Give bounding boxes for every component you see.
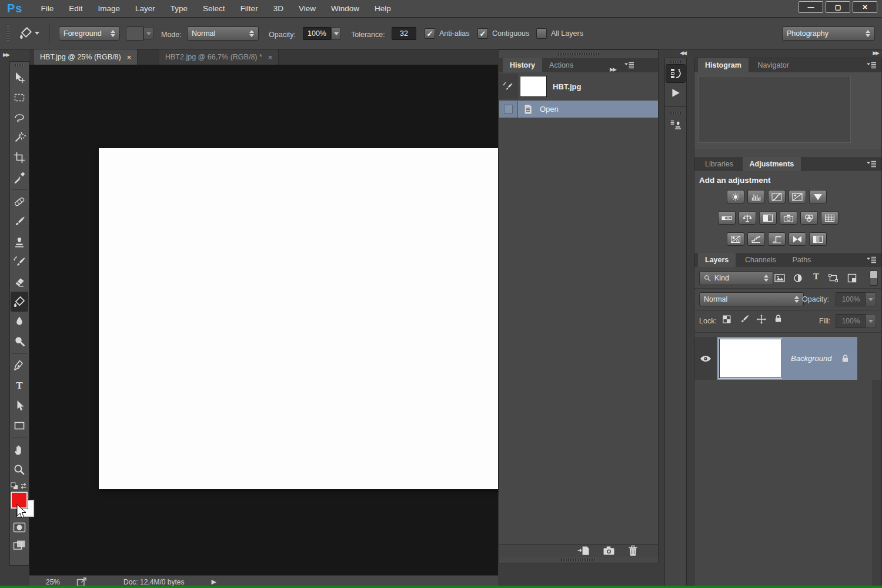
tolerance-input[interactable]: 32 bbox=[392, 27, 416, 40]
all-layers-checkbox[interactable]: All Layers bbox=[536, 28, 583, 39]
menu-view[interactable]: View bbox=[291, 4, 323, 13]
layer-row-background[interactable]: Background bbox=[717, 337, 857, 380]
pen-tool[interactable] bbox=[10, 356, 29, 376]
dodge-tool[interactable] bbox=[10, 332, 29, 352]
lock-all-icon[interactable] bbox=[774, 314, 782, 323]
channel-mixer-icon[interactable] bbox=[800, 211, 818, 225]
panel-resize-grip[interactable] bbox=[561, 559, 596, 561]
lock-image-pixels-icon[interactable] bbox=[739, 314, 750, 325]
eye-icon[interactable] bbox=[700, 355, 711, 362]
eyedropper-tool[interactable] bbox=[10, 168, 29, 188]
tool-preset-picker[interactable] bbox=[19, 26, 39, 40]
swap-colors-icon[interactable] bbox=[19, 482, 28, 490]
antialias-checkbox[interactable]: ✓ Anti-alias bbox=[425, 28, 469, 39]
exposure-icon[interactable] bbox=[789, 190, 806, 203]
new-document-from-state-icon[interactable] bbox=[577, 545, 590, 556]
collapse-dock-icon[interactable]: ▶▶ bbox=[873, 50, 878, 56]
collapse-panel-icon[interactable]: ▶▶ bbox=[610, 66, 616, 72]
doc-size-info[interactable]: Doc: 12,4M/0 bytes bbox=[123, 578, 184, 586]
spot-healing-brush-tool[interactable] bbox=[10, 192, 29, 212]
color-balance-icon[interactable] bbox=[739, 211, 756, 225]
history-panel-icon[interactable] bbox=[666, 64, 686, 83]
type-tool[interactable]: T bbox=[10, 376, 29, 396]
tab-layers[interactable]: Layers bbox=[698, 253, 736, 267]
posterize-icon[interactable] bbox=[747, 232, 765, 246]
history-snapshot-row[interactable]: HBT.jpg bbox=[499, 74, 658, 99]
layer-name[interactable]: Background bbox=[791, 354, 841, 363]
status-menu-arrow-icon[interactable]: ▶ bbox=[211, 578, 216, 586]
history-state-checkbox-cell[interactable] bbox=[499, 101, 517, 118]
tab-adjustments[interactable]: Adjustments bbox=[743, 157, 801, 171]
canvas-area[interactable] bbox=[29, 65, 498, 575]
brightness-contrast-icon[interactable] bbox=[727, 190, 744, 203]
black-white-icon[interactable] bbox=[759, 211, 777, 225]
expand-dock-icon[interactable]: ◀◀ bbox=[680, 50, 686, 56]
menu-file[interactable]: File bbox=[33, 4, 61, 13]
path-selection-tool[interactable] bbox=[10, 396, 29, 416]
opacity-input[interactable]: 100% bbox=[303, 27, 331, 40]
invert-icon[interactable] bbox=[727, 232, 744, 246]
color-lookup-icon[interactable] bbox=[821, 211, 838, 225]
mode-select[interactable]: Normal bbox=[187, 26, 259, 41]
fill-source-select[interactable]: Foreground bbox=[59, 26, 120, 41]
menu-layer[interactable]: Layer bbox=[128, 4, 163, 13]
tab-paths[interactable]: Paths bbox=[785, 253, 818, 267]
paint-bucket-tool[interactable] bbox=[11, 292, 28, 312]
menu-edit[interactable]: Edit bbox=[61, 4, 90, 13]
filter-type-layers-icon[interactable]: T bbox=[813, 272, 819, 282]
photo-filter-icon[interactable] bbox=[780, 211, 797, 225]
screen-mode-button[interactable] bbox=[10, 536, 29, 554]
selective-color-icon[interactable] bbox=[809, 232, 827, 246]
workspace-select[interactable]: Photography bbox=[782, 26, 875, 41]
tab-history[interactable]: History bbox=[503, 58, 542, 72]
filter-toggle-switch[interactable] bbox=[870, 270, 878, 286]
history-brush-tool[interactable] bbox=[10, 252, 29, 272]
filter-pixel-layers-icon[interactable] bbox=[774, 274, 785, 282]
layers-opacity-input[interactable]: 100% bbox=[836, 292, 866, 306]
blur-tool[interactable] bbox=[10, 312, 29, 332]
zoom-tool[interactable] bbox=[10, 460, 29, 480]
menu-image[interactable]: Image bbox=[91, 4, 128, 13]
new-snapshot-camera-icon[interactable] bbox=[603, 546, 615, 556]
panel-menu-icon[interactable] bbox=[624, 62, 634, 69]
document-tab-inactive[interactable]: HBT2.jpg @ 66,7% (RGB/8) * × bbox=[159, 49, 279, 65]
magic-wand-tool[interactable] bbox=[10, 128, 29, 148]
document-canvas[interactable] bbox=[99, 148, 498, 489]
move-tool[interactable] bbox=[10, 68, 29, 88]
actions-panel-icon[interactable] bbox=[666, 84, 685, 102]
opacity-dropdown[interactable] bbox=[331, 27, 341, 40]
filter-adjustment-layers-icon[interactable] bbox=[793, 273, 803, 283]
close-button[interactable]: ✕ bbox=[853, 1, 877, 13]
menu-filter[interactable]: Filter bbox=[233, 4, 266, 13]
tab-channels[interactable]: Channels bbox=[738, 253, 783, 267]
rectangle-tool[interactable] bbox=[10, 416, 29, 436]
pattern-dropdown[interactable] bbox=[143, 27, 153, 40]
filter-shape-layers-icon[interactable] bbox=[828, 274, 838, 282]
menu-3d[interactable]: 3D bbox=[266, 4, 291, 13]
layer-filter-kind-select[interactable]: Kind bbox=[699, 271, 773, 285]
hue-saturation-icon[interactable] bbox=[718, 211, 736, 225]
tab-navigator[interactable]: Navigator bbox=[750, 58, 796, 72]
gradient-map-icon[interactable] bbox=[789, 232, 806, 246]
contiguous-checkbox[interactable]: ✓ Contiguous bbox=[477, 28, 529, 39]
crop-tool[interactable] bbox=[10, 148, 29, 168]
panel-menu-icon[interactable] bbox=[866, 256, 877, 263]
layers-scroll-gutter[interactable] bbox=[873, 380, 881, 588]
threshold-icon[interactable] bbox=[768, 232, 786, 246]
panel-menu-icon[interactable] bbox=[866, 62, 877, 69]
collapse-toolbar-icon[interactable]: ▶▶ bbox=[3, 52, 9, 58]
menu-help[interactable]: Help bbox=[367, 4, 399, 13]
clone-source-panel-icon[interactable] bbox=[666, 115, 685, 133]
tab-histogram[interactable]: Histogram bbox=[698, 58, 749, 72]
history-source-cell[interactable] bbox=[499, 74, 517, 99]
fill-input[interactable]: 100% bbox=[836, 314, 866, 328]
curves-icon[interactable] bbox=[768, 190, 786, 203]
maximize-button[interactable]: ▢ bbox=[826, 1, 850, 13]
close-icon[interactable]: × bbox=[127, 53, 132, 62]
tab-actions[interactable]: Actions bbox=[542, 58, 580, 72]
brush-tool[interactable] bbox=[10, 212, 29, 232]
hand-tool[interactable] bbox=[10, 440, 29, 460]
layers-opacity-dropdown[interactable] bbox=[865, 292, 876, 306]
lock-position-icon[interactable] bbox=[757, 315, 766, 324]
lasso-tool[interactable] bbox=[10, 108, 29, 128]
